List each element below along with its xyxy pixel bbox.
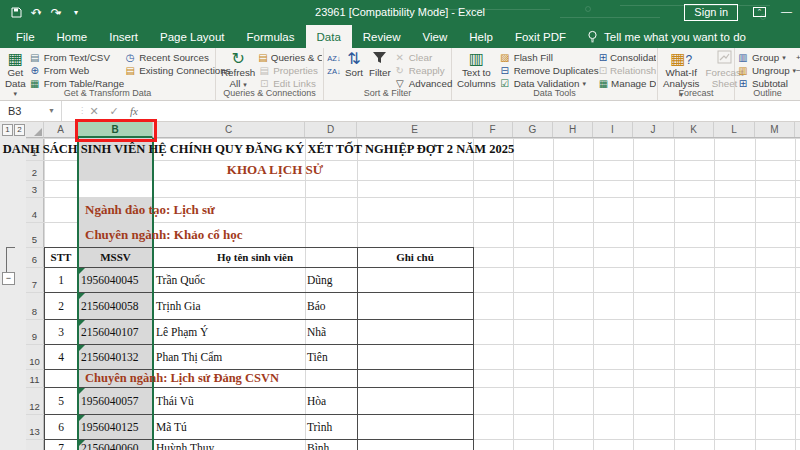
col-header-J[interactable]: J <box>633 122 674 137</box>
tab-home[interactable]: Home <box>46 25 99 48</box>
col-header-L[interactable]: L <box>714 122 755 137</box>
table-header-row[interactable]: STT MSSV Họ tên sinh viên Ghi chú <box>44 247 473 267</box>
formula-input[interactable] <box>142 101 800 121</box>
recent-sources-button[interactable]: ◷Recent Sources <box>124 51 231 64</box>
minimize-button[interactable]: — <box>781 0 792 25</box>
col-header-G[interactable]: G <box>513 122 553 137</box>
col-header-A[interactable]: A <box>44 122 78 137</box>
header-stt[interactable]: STT <box>44 247 78 267</box>
refresh-all-button[interactable]: ↻ Refresh All ▾ <box>218 49 258 90</box>
row-header-3[interactable]: 3 <box>26 180 43 197</box>
window-title: 23961 [Compatibility Mode] - Excel <box>250 0 550 25</box>
enter-icon[interactable]: ✓ <box>104 101 124 121</box>
group-button[interactable]: ▥Group▾ <box>737 51 796 64</box>
from-text-csv-button[interactable]: ▤From Text/CSV <box>29 51 124 64</box>
header-name[interactable]: Họ tên sinh viên <box>153 247 357 267</box>
outline-pane: 1 2 <box>0 122 26 450</box>
tab-insert[interactable]: Insert <box>98 25 149 48</box>
queries-connections-button[interactable]: ▤Queries & Connections <box>258 51 322 64</box>
row-header-4[interactable]: 4 <box>26 197 43 222</box>
cell-specialization2-row11[interactable]: Chuyên ngành: Lịch sử Đảng CSVN <box>85 369 279 387</box>
select-all-corner[interactable] <box>26 122 44 138</box>
group-label: Sort & Filter <box>324 88 451 98</box>
row-header-6[interactable]: 6 <box>26 247 43 267</box>
text-to-columns-icon: ▥ <box>469 50 484 68</box>
get-data-icon: ▦ <box>8 50 23 68</box>
text-to-columns-button[interactable]: ▥ Text to Columns <box>454 49 499 89</box>
filter-button[interactable]: Filter <box>366 49 394 79</box>
tab-data[interactable]: Data <box>306 25 352 48</box>
row-header-2[interactable]: 2 <box>26 160 43 180</box>
row-header-13[interactable]: 13 <box>26 414 43 439</box>
row-header-7[interactable]: 7 <box>26 267 43 292</box>
ungroup-button[interactable]: ▥Ungroup▾ <box>737 64 796 77</box>
from-web-button[interactable]: ⊕From Web <box>29 64 124 77</box>
undo-dropdown-icon[interactable]: ▾ <box>38 9 42 17</box>
row-header-12[interactable]: 12 <box>26 387 43 414</box>
sort-button[interactable]: ⇅ Sort <box>342 49 366 79</box>
table-row[interactable]: 42156040132 Phan Thị CẩmTiên <box>44 344 473 369</box>
collapse-group-button[interactable]: − <box>2 272 15 285</box>
table-row[interactable]: 11956040045 Trần QuốcDũng <box>44 267 473 292</box>
consolidate-icon: ⊞ <box>599 52 607 64</box>
tab-review[interactable]: Review <box>352 25 412 48</box>
cell-department-row2[interactable]: KHOA LỊCH SỬ <box>120 160 430 180</box>
col-header-E[interactable]: E <box>357 122 473 137</box>
sort-descending-button[interactable]: ZA↓ <box>326 65 342 78</box>
cell-specialization1-row5[interactable]: Chuyên ngành: Khảo cổ học <box>85 222 242 247</box>
header-mssv[interactable]: MSSV <box>78 247 153 267</box>
column-headers: A B C D E F G H I J K L M <box>44 122 800 138</box>
group-label: Queries & Connections <box>216 88 323 98</box>
worksheet-grid[interactable]: 1 2 − A B C D E F G H I J K L M 1 2 3 4 … <box>0 122 800 450</box>
undo-button[interactable]: ↶▾ <box>26 0 46 25</box>
tab-help[interactable]: Help <box>458 25 504 48</box>
table-row[interactable]: 7 2156040060 Huỳnh Thụy Bình <box>44 439 473 450</box>
sign-in-button[interactable]: Sign in <box>684 4 738 21</box>
ribbon-display-options-icon[interactable]: ⌃ <box>753 7 766 17</box>
outline-bracket <box>6 247 15 248</box>
table-row[interactable]: 51956040057 Thái VũHòa <box>44 387 473 414</box>
show-hide-detail-icons[interactable]: + − <box>796 49 800 77</box>
table-row[interactable]: 61956040125 Mã TúTrình <box>44 414 473 439</box>
existing-connections-button[interactable]: ▤Existing Connections <box>124 64 231 77</box>
insert-function-icon[interactable]: fx <box>124 101 144 121</box>
tab-formulas[interactable]: Formulas <box>236 25 306 48</box>
redo-button[interactable]: ↷▾ <box>46 0 66 25</box>
outline-level-1-button[interactable]: 1 <box>2 124 13 136</box>
tab-view[interactable]: View <box>412 25 459 48</box>
table-row[interactable]: 32156040107 Lê Phạm ÝNhã <box>44 319 473 344</box>
row-header-10[interactable]: 10 <box>26 344 43 369</box>
save-icon[interactable] <box>6 0 26 25</box>
flash-fill-button[interactable]: ▨Flash Fill <box>499 51 599 64</box>
tab-page-layout[interactable]: Page Layout <box>149 25 236 48</box>
tab-foxit-pdf[interactable]: Foxit PDF <box>504 25 577 48</box>
table-row[interactable]: 22156040058 Trịnh GiaBáo <box>44 292 473 319</box>
col-header-M[interactable]: M <box>755 122 795 137</box>
tell-me-box[interactable]: Tell me what you want to do <box>587 25 746 48</box>
col-header-F[interactable]: F <box>473 122 513 137</box>
header-note[interactable]: Ghi chú <box>357 247 473 267</box>
row-header-8[interactable]: 8 <box>26 292 43 319</box>
row-header-5[interactable]: 5 <box>26 222 43 247</box>
sort-ascending-button[interactable]: AZ↓ <box>326 52 342 65</box>
globe-icon: ⊕ <box>29 65 41 77</box>
cell-major-row4[interactable]: Ngành đào tạo: Lịch sử <box>85 197 215 222</box>
cancel-icon[interactable]: ✕ <box>84 101 104 121</box>
col-header-I[interactable]: I <box>593 122 633 137</box>
col-header-C[interactable]: C <box>153 122 305 137</box>
outline-level-2-button[interactable]: 2 <box>14 124 25 136</box>
tab-file[interactable]: File <box>5 25 46 48</box>
name-box-dropdown-icon[interactable]: ▼ <box>48 101 55 121</box>
col-header-H[interactable]: H <box>553 122 593 137</box>
reapply-icon: ↻ <box>394 65 406 77</box>
consolidate-button[interactable]: ⊞Consolidate <box>599 51 656 64</box>
row-header-9[interactable]: 9 <box>26 319 43 344</box>
col-header-K[interactable]: K <box>674 122 714 137</box>
col-header-D[interactable]: D <box>305 122 357 137</box>
group-forecast: ▦? What-If Analysis ▾ Forecast Sheet For… <box>658 48 735 100</box>
row-header-11[interactable]: 11 <box>26 369 43 387</box>
qat-customize-button[interactable]: ▾ <box>66 0 86 25</box>
remove-duplicates-button[interactable]: ⊟Remove Duplicates <box>499 64 599 77</box>
group-outline: ▥Group▾ ▥Ungroup▾ ⊞Subtotal + − Outline <box>735 48 800 100</box>
redo-dropdown-icon[interactable]: ▾ <box>58 9 62 17</box>
